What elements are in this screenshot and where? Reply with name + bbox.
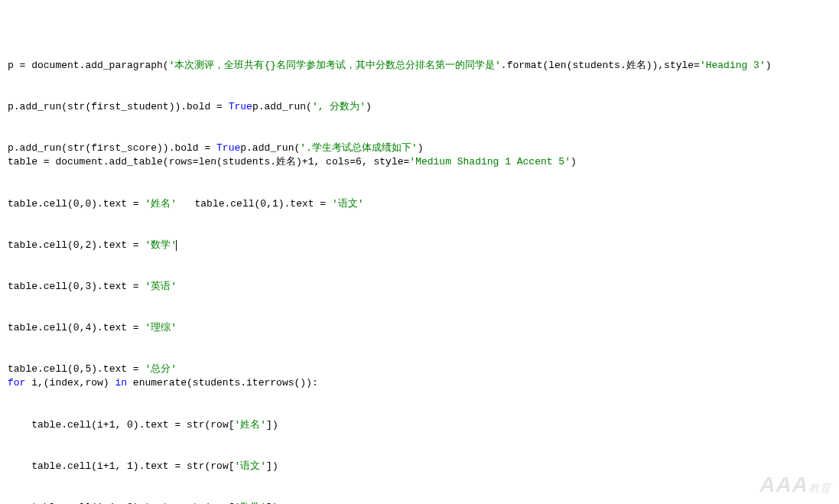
code-token: ]) <box>266 419 278 431</box>
code-line[interactable]: p.add_run(str(first_student)).bold = Tru… <box>8 100 831 114</box>
code-line[interactable]: table.cell(0,5).text = '总分' <box>8 363 831 376</box>
code-token: in <box>115 377 127 389</box>
code-token: , <box>115 460 127 472</box>
code-token: ).text = <box>91 198 145 210</box>
code-token: for <box>8 377 25 389</box>
code-token: , cols= <box>314 156 356 167</box>
code-token: '总分' <box>145 363 177 375</box>
code-token: ).text = <box>91 239 145 251</box>
code-token: ) <box>571 156 577 167</box>
code-token: '姓名' <box>234 419 266 431</box>
watermark-sub: 教育 <box>808 482 831 494</box>
code-token: ).text = <box>278 198 332 210</box>
code-token: 'Medium Shading 1 Accent 5' <box>409 156 571 167</box>
code-token: ).text = str(row[ <box>133 419 235 431</box>
code-line[interactable]: table.cell(0,3).text = '英语' <box>8 280 831 294</box>
watermark-main: AAA <box>759 473 808 496</box>
code-line[interactable] <box>8 86 831 100</box>
code-token: '本次测评，全班共有{}名同学参加考试，其中分数总分排名第一的同学是' <box>169 60 501 71</box>
code-line[interactable] <box>8 184 831 197</box>
code-line[interactable] <box>8 487 831 501</box>
code-token: True <box>216 142 240 154</box>
code-token: 0 <box>73 281 80 292</box>
code-token: 0 <box>73 239 80 251</box>
code-line[interactable] <box>8 473 831 487</box>
code-line[interactable]: table = document.add_table(rows=len(stud… <box>8 155 831 169</box>
code-line[interactable] <box>8 170 831 184</box>
code-token: 0 <box>73 363 80 375</box>
code-token: ', 分数为' <box>312 101 366 112</box>
code-line[interactable] <box>8 335 831 349</box>
code-token: table.cell(i+ <box>8 419 109 431</box>
code-line[interactable] <box>8 446 831 460</box>
watermark: AAA教育 <box>747 440 831 499</box>
code-token: 0 <box>127 419 133 431</box>
code-line[interactable] <box>8 128 831 141</box>
code-token: ) <box>766 60 772 71</box>
code-token: table.cell( <box>8 363 73 375</box>
code-line[interactable] <box>8 114 831 128</box>
code-token: i,(index,row) <box>25 377 115 389</box>
code-line[interactable] <box>8 73 831 86</box>
code-token: , <box>115 419 127 431</box>
code-token: p.add_run(str(first_score)).bold = <box>8 142 216 154</box>
code-token: 0 <box>73 198 80 210</box>
code-line[interactable]: for i,(index,row) in enumerate(students.… <box>8 376 831 390</box>
code-line[interactable] <box>8 405 831 418</box>
code-token: table.cell( <box>8 239 73 251</box>
code-token: p.add_run( <box>252 101 312 112</box>
code-token: '英语' <box>145 281 177 292</box>
code-line[interactable]: table.cell(i+1, 0).text = str(row['姓名']) <box>8 418 831 432</box>
code-token: ]) <box>266 460 278 472</box>
code-line[interactable]: table.cell(0,2).text = '数学' <box>8 239 831 252</box>
code-token: 1 <box>127 460 133 472</box>
code-token: '理综' <box>145 322 177 333</box>
code-token: table.cell( <box>8 281 73 292</box>
code-line[interactable] <box>8 432 831 446</box>
code-token: ) <box>366 101 372 112</box>
code-line[interactable] <box>8 225 831 239</box>
code-token: p = document.add_paragraph( <box>8 60 169 71</box>
code-token: p.add_run( <box>240 142 300 154</box>
code-token: '语文' <box>332 198 364 210</box>
code-token: '语文' <box>234 460 266 472</box>
code-token: 'Heading 3' <box>700 60 766 71</box>
code-token: ).text = <box>91 363 145 375</box>
code-token: True <box>229 101 252 112</box>
code-token: table.cell(i+ <box>8 460 109 472</box>
code-token: ).text = str(row[ <box>133 460 235 472</box>
code-token: ) <box>418 142 424 154</box>
code-token: table = document.add_table(rows=len(stud… <box>8 156 308 167</box>
code-token: enumerate(students.iterrows()): <box>127 377 318 389</box>
code-token: ).text = <box>91 322 145 333</box>
code-token: table.cell( <box>8 198 73 210</box>
code-line[interactable] <box>8 349 831 363</box>
code-line[interactable] <box>8 294 831 307</box>
code-token: p.add_run(str(first_student)).bold = <box>8 101 229 112</box>
code-editor[interactable]: p = document.add_paragraph('本次测评，全班共有{}名… <box>8 59 831 504</box>
code-token: .format(len(students.姓名)),style= <box>501 60 700 71</box>
code-token: 1 <box>272 198 278 210</box>
code-line[interactable]: table.cell(0,4).text = '理综' <box>8 321 831 335</box>
code-line[interactable]: p.add_run(str(first_score)).bold = Truep… <box>8 141 831 155</box>
code-token: '姓名' <box>145 198 177 210</box>
code-token: , style= <box>362 156 409 167</box>
code-line[interactable]: p = document.add_paragraph('本次测评，全班共有{}名… <box>8 59 831 73</box>
code-line[interactable]: table.cell(0,0).text = '姓名' table.cell(0… <box>8 197 831 211</box>
code-token: ).text = <box>91 281 145 292</box>
code-token: 0 <box>260 198 266 210</box>
code-token: 0 <box>73 322 80 333</box>
code-token: , <box>266 198 272 210</box>
code-line[interactable] <box>8 252 831 266</box>
code-line[interactable] <box>8 266 831 280</box>
code-token: 6 <box>356 156 362 167</box>
code-token: '.学生考试总体成绩如下' <box>300 142 417 154</box>
code-line[interactable]: table.cell(i+1, 2).text = str(row['数学']) <box>8 501 831 504</box>
code-line[interactable] <box>8 307 831 321</box>
code-token: table.cell( <box>8 322 73 333</box>
code-line[interactable] <box>8 391 831 405</box>
code-token: table.cell( <box>177 198 260 210</box>
code-line[interactable] <box>8 211 831 225</box>
code-line[interactable]: table.cell(i+1, 1).text = str(row['语文']) <box>8 460 831 473</box>
text-cursor <box>176 240 177 251</box>
